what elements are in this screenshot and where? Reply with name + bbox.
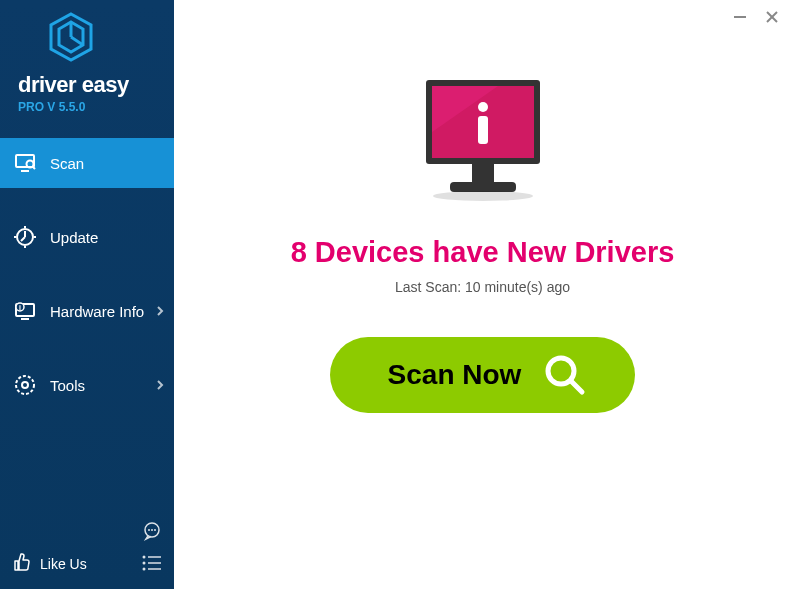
nav-item-hardware-info[interactable]: i Hardware Info [0, 286, 174, 336]
nav: Scan Update i Hardware Info [0, 138, 174, 434]
svg-point-21 [154, 529, 156, 531]
update-icon [14, 226, 36, 248]
scan-now-button[interactable]: Scan Now [330, 337, 636, 413]
svg-rect-35 [478, 116, 488, 144]
nav-label-update: Update [50, 229, 98, 246]
svg-point-19 [148, 529, 150, 531]
like-us-label: Like Us [40, 556, 87, 572]
app-logo-icon [48, 12, 174, 66]
svg-point-34 [478, 102, 488, 112]
app-brand: driver easy [18, 72, 174, 98]
nav-item-scan[interactable]: Scan [0, 138, 174, 188]
svg-point-22 [143, 556, 146, 559]
nav-label-hardware-info: Hardware Info [50, 303, 144, 320]
chevron-right-icon [156, 303, 164, 320]
main-content: 8 Devices have New Drivers Last Scan: 10… [174, 0, 791, 589]
thumbs-up-icon [12, 552, 32, 575]
hardware-info-icon: i [14, 300, 36, 322]
minimize-button[interactable] [731, 8, 749, 26]
menu-list-icon[interactable] [142, 555, 162, 575]
like-us-button[interactable]: Like Us [12, 552, 87, 575]
nav-item-update[interactable]: Update [0, 212, 174, 262]
svg-text:i: i [19, 304, 21, 311]
svg-line-6 [71, 37, 83, 45]
svg-rect-32 [450, 182, 516, 192]
sidebar: driver easy PRO V 5.5.0 Scan Update i [0, 0, 174, 589]
last-scan-text: Last Scan: 10 minute(s) ago [395, 279, 570, 295]
svg-point-20 [151, 529, 153, 531]
scan-icon [14, 152, 36, 174]
chevron-right-icon [156, 377, 164, 394]
svg-point-16 [16, 376, 34, 394]
monitor-warning-illustration [408, 72, 558, 216]
close-button[interactable] [763, 8, 781, 26]
nav-label-tools: Tools [50, 377, 85, 394]
status-headline: 8 Devices have New Drivers [291, 236, 675, 269]
svg-point-17 [22, 382, 28, 388]
svg-point-24 [143, 562, 146, 565]
svg-point-26 [143, 568, 146, 571]
magnify-icon [541, 351, 589, 399]
scan-now-label: Scan Now [388, 359, 522, 391]
svg-line-37 [571, 381, 582, 392]
logo-area: driver easy PRO V 5.5.0 [0, 0, 174, 132]
nav-label-scan: Scan [50, 155, 84, 172]
app-version: PRO V 5.5.0 [18, 100, 174, 114]
tools-icon [14, 374, 36, 396]
feedback-icon[interactable] [142, 521, 162, 545]
svg-rect-31 [472, 164, 494, 182]
nav-item-tools[interactable]: Tools [0, 360, 174, 410]
svg-point-33 [433, 191, 533, 201]
